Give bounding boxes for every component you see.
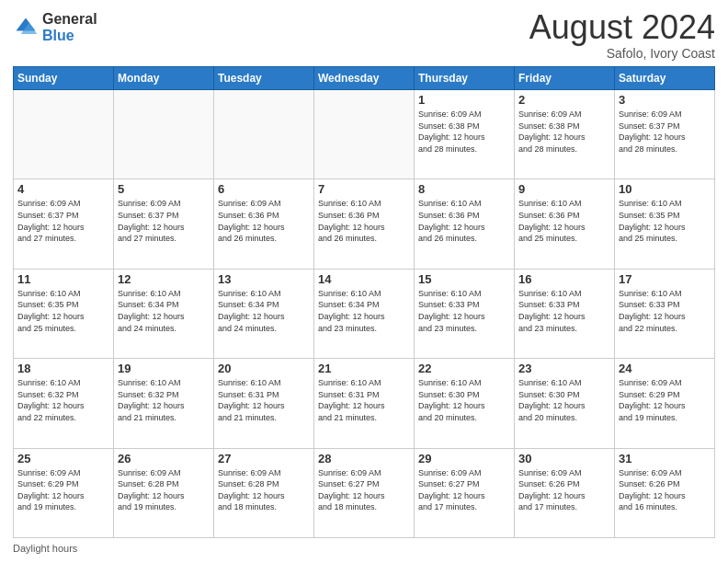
day-number: 3 — [619, 93, 711, 107]
day-number: 10 — [619, 182, 711, 196]
logo-text: General Blue — [42, 11, 97, 43]
calendar-header-row: Sunday Monday Tuesday Wednesday Thursday… — [14, 67, 715, 90]
col-friday: Friday — [515, 67, 615, 90]
table-row: 25Sunrise: 6:09 AM Sunset: 6:29 PM Dayli… — [14, 448, 114, 537]
month-title: August 2024 — [529, 11, 715, 44]
table-row: 30Sunrise: 6:09 AM Sunset: 6:26 PM Dayli… — [515, 448, 615, 537]
day-info: Sunrise: 6:09 AM Sunset: 6:29 PM Dayligh… — [619, 377, 711, 423]
day-number: 27 — [218, 452, 310, 465]
day-info: Sunrise: 6:09 AM Sunset: 6:29 PM Dayligh… — [17, 467, 109, 513]
col-thursday: Thursday — [415, 67, 515, 90]
table-row: 21Sunrise: 6:10 AM Sunset: 6:31 PM Dayli… — [314, 359, 415, 448]
table-row: 23Sunrise: 6:10 AM Sunset: 6:30 PM Dayli… — [515, 359, 615, 448]
day-number: 29 — [418, 452, 510, 465]
col-tuesday: Tuesday — [214, 67, 314, 90]
logo-icon — [13, 15, 39, 40]
table-row: 1Sunrise: 6:09 AM Sunset: 6:38 PM Daylig… — [415, 90, 515, 179]
day-info: Sunrise: 6:10 AM Sunset: 6:33 PM Dayligh… — [619, 288, 711, 334]
day-number: 30 — [518, 452, 610, 465]
day-info: Sunrise: 6:10 AM Sunset: 6:31 PM Dayligh… — [318, 377, 410, 423]
calendar-week-row: 11Sunrise: 6:10 AM Sunset: 6:35 PM Dayli… — [14, 269, 715, 358]
table-row: 18Sunrise: 6:10 AM Sunset: 6:32 PM Dayli… — [14, 359, 114, 448]
day-info: Sunrise: 6:09 AM Sunset: 6:27 PM Dayligh… — [318, 467, 410, 513]
day-number: 23 — [518, 362, 610, 375]
day-number: 2 — [518, 93, 610, 107]
day-number: 20 — [218, 362, 310, 375]
day-info: Sunrise: 6:10 AM Sunset: 6:34 PM Dayligh… — [218, 288, 310, 334]
table-row: 11Sunrise: 6:10 AM Sunset: 6:35 PM Dayli… — [14, 269, 114, 358]
table-row: 19Sunrise: 6:10 AM Sunset: 6:32 PM Dayli… — [114, 359, 214, 448]
table-row — [314, 90, 415, 179]
calendar-week-row: 25Sunrise: 6:09 AM Sunset: 6:29 PM Dayli… — [14, 448, 715, 537]
day-info: Sunrise: 6:10 AM Sunset: 6:30 PM Dayligh… — [518, 377, 610, 423]
table-row: 20Sunrise: 6:10 AM Sunset: 6:31 PM Dayli… — [214, 359, 314, 448]
col-monday: Monday — [114, 67, 214, 90]
day-info: Sunrise: 6:10 AM Sunset: 6:34 PM Dayligh… — [318, 288, 410, 334]
table-row: 8Sunrise: 6:10 AM Sunset: 6:36 PM Daylig… — [415, 179, 515, 269]
table-row: 7Sunrise: 6:10 AM Sunset: 6:36 PM Daylig… — [314, 179, 415, 269]
calendar-week-row: 1Sunrise: 6:09 AM Sunset: 6:38 PM Daylig… — [14, 90, 715, 179]
table-row: 24Sunrise: 6:09 AM Sunset: 6:29 PM Dayli… — [615, 359, 715, 448]
table-row — [14, 90, 114, 179]
table-row: 6Sunrise: 6:09 AM Sunset: 6:36 PM Daylig… — [214, 179, 314, 269]
day-info: Sunrise: 6:09 AM Sunset: 6:26 PM Dayligh… — [619, 467, 711, 513]
table-row: 27Sunrise: 6:09 AM Sunset: 6:28 PM Dayli… — [214, 448, 314, 537]
day-number: 8 — [418, 182, 510, 196]
day-number: 7 — [318, 182, 410, 196]
day-number: 15 — [418, 272, 510, 286]
table-row: 22Sunrise: 6:10 AM Sunset: 6:30 PM Dayli… — [415, 359, 515, 448]
day-number: 26 — [118, 452, 210, 465]
location-subtitle: Safolo, Ivory Coast — [529, 46, 715, 61]
table-row: 26Sunrise: 6:09 AM Sunset: 6:28 PM Dayli… — [114, 448, 214, 537]
calendar-week-row: 18Sunrise: 6:10 AM Sunset: 6:32 PM Dayli… — [14, 359, 715, 448]
table-row: 9Sunrise: 6:10 AM Sunset: 6:36 PM Daylig… — [515, 179, 615, 269]
col-sunday: Sunday — [14, 67, 114, 90]
day-info: Sunrise: 6:10 AM Sunset: 6:36 PM Dayligh… — [518, 198, 610, 244]
table-row — [114, 90, 214, 179]
top-section: General Blue August 2024 Safolo, Ivory C… — [13, 11, 715, 61]
day-info: Sunrise: 6:10 AM Sunset: 6:30 PM Dayligh… — [418, 377, 510, 423]
day-info: Sunrise: 6:10 AM Sunset: 6:36 PM Dayligh… — [418, 198, 510, 244]
day-info: Sunrise: 6:10 AM Sunset: 6:35 PM Dayligh… — [619, 198, 711, 244]
day-info: Sunrise: 6:09 AM Sunset: 6:38 PM Dayligh… — [418, 109, 510, 155]
day-number: 25 — [17, 452, 109, 465]
table-row: 16Sunrise: 6:10 AM Sunset: 6:33 PM Dayli… — [515, 269, 615, 358]
day-number: 17 — [619, 272, 711, 286]
day-number: 18 — [17, 362, 109, 375]
table-row: 17Sunrise: 6:10 AM Sunset: 6:33 PM Dayli… — [615, 269, 715, 358]
table-row: 31Sunrise: 6:09 AM Sunset: 6:26 PM Dayli… — [615, 448, 715, 537]
day-info: Sunrise: 6:10 AM Sunset: 6:32 PM Dayligh… — [118, 377, 210, 423]
day-info: Sunrise: 6:09 AM Sunset: 6:26 PM Dayligh… — [518, 467, 610, 513]
col-wednesday: Wednesday — [314, 67, 415, 90]
table-row: 2Sunrise: 6:09 AM Sunset: 6:38 PM Daylig… — [515, 90, 615, 179]
day-info: Sunrise: 6:09 AM Sunset: 6:38 PM Dayligh… — [518, 109, 610, 155]
col-saturday: Saturday — [615, 67, 715, 90]
day-info: Sunrise: 6:10 AM Sunset: 6:33 PM Dayligh… — [418, 288, 510, 334]
table-row: 28Sunrise: 6:09 AM Sunset: 6:27 PM Dayli… — [314, 448, 415, 537]
page: General Blue August 2024 Safolo, Ivory C… — [0, 0, 728, 563]
day-number: 24 — [619, 362, 711, 375]
day-number: 22 — [418, 362, 510, 375]
day-info: Sunrise: 6:10 AM Sunset: 6:33 PM Dayligh… — [518, 288, 610, 334]
table-row: 14Sunrise: 6:10 AM Sunset: 6:34 PM Dayli… — [314, 269, 415, 358]
logo-blue-text: Blue — [42, 28, 97, 44]
title-section: August 2024 Safolo, Ivory Coast — [529, 11, 715, 61]
logo-general-text: General — [42, 11, 97, 28]
day-info: Sunrise: 6:10 AM Sunset: 6:35 PM Dayligh… — [17, 288, 109, 334]
day-number: 19 — [118, 362, 210, 375]
day-info: Sunrise: 6:09 AM Sunset: 6:37 PM Dayligh… — [619, 109, 711, 155]
day-info: Sunrise: 6:09 AM Sunset: 6:37 PM Dayligh… — [118, 198, 210, 244]
calendar-table: Sunday Monday Tuesday Wednesday Thursday… — [13, 66, 715, 538]
day-number: 11 — [17, 272, 109, 286]
table-row: 15Sunrise: 6:10 AM Sunset: 6:33 PM Dayli… — [415, 269, 515, 358]
day-info: Sunrise: 6:09 AM Sunset: 6:37 PM Dayligh… — [17, 198, 109, 244]
day-number: 21 — [318, 362, 410, 375]
day-info: Sunrise: 6:10 AM Sunset: 6:32 PM Dayligh… — [17, 377, 109, 423]
table-row: 29Sunrise: 6:09 AM Sunset: 6:27 PM Dayli… — [415, 448, 515, 537]
calendar-week-row: 4Sunrise: 6:09 AM Sunset: 6:37 PM Daylig… — [14, 179, 715, 269]
day-number: 12 — [118, 272, 210, 286]
day-number: 16 — [518, 272, 610, 286]
day-number: 31 — [619, 452, 711, 465]
table-row: 3Sunrise: 6:09 AM Sunset: 6:37 PM Daylig… — [615, 90, 715, 179]
day-number: 13 — [218, 272, 310, 286]
